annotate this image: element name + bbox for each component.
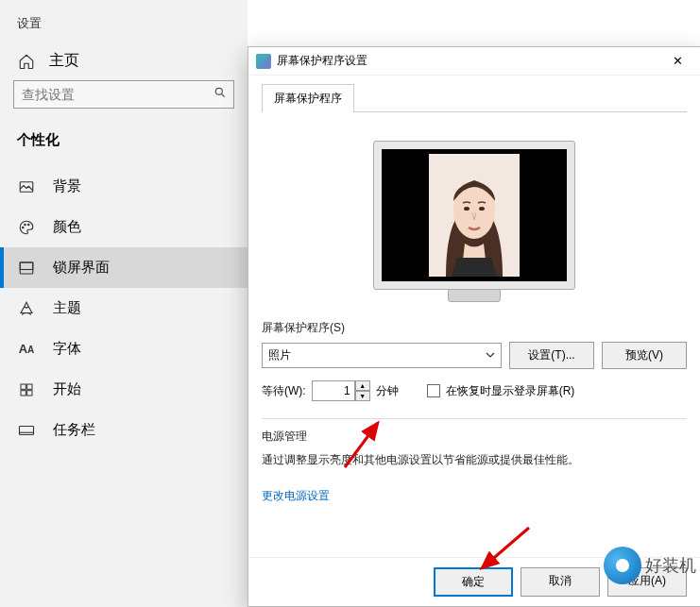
watermark-text: 好装机 (645, 554, 696, 577)
section-header: 个性化 (0, 126, 248, 166)
resume-label: 在恢复时显示登录屏幕(R) (446, 383, 575, 399)
svg-point-17 (479, 207, 485, 211)
home-label: 主页 (49, 51, 79, 71)
wait-spin-down[interactable]: ▼ (355, 391, 370, 401)
sidebar-item-lockscreen[interactable]: 锁屏界面 (0, 247, 248, 288)
preview-area (262, 112, 687, 309)
settings-button[interactable]: 设置(T)... (509, 342, 594, 369)
nav-label: 锁屏界面 (53, 259, 110, 277)
tab-screensaver[interactable]: 屏幕保护程序 (262, 84, 354, 112)
themes-icon (17, 300, 36, 317)
svg-rect-7 (20, 262, 33, 270)
sidebar-item-taskbar[interactable]: 任务栏 (0, 410, 248, 450)
tab-strip: 屏幕保护程序 (262, 83, 687, 112)
power-info-text: 通过调整显示亮度和其他电源设置以节省能源或提供最佳性能。 (262, 450, 687, 471)
taskbar-icon (17, 422, 36, 439)
nav-label: 开始 (53, 380, 81, 398)
ok-button[interactable]: 确定 (434, 567, 513, 597)
home-nav[interactable]: 主页 (0, 42, 248, 80)
lockscreen-icon (17, 260, 36, 277)
svg-rect-8 (21, 384, 26, 389)
nav-label: 颜色 (53, 218, 81, 236)
svg-line-1 (222, 94, 225, 97)
wait-input[interactable] (312, 380, 355, 401)
svg-rect-9 (27, 384, 32, 389)
start-icon (17, 382, 36, 397)
search-icon (213, 86, 227, 103)
svg-rect-11 (27, 390, 32, 395)
fonts-icon: AA (17, 342, 36, 356)
dialog-titlebar: 屏幕保护程序设置 ✕ (248, 47, 700, 76)
watermark: 好装机 (604, 547, 696, 584)
nav-label: 任务栏 (53, 421, 95, 439)
sidebar-item-start[interactable]: 开始 (0, 369, 248, 410)
power-settings-link[interactable]: 更改电源设置 (262, 488, 330, 504)
sidebar-item-background[interactable]: 背景 (0, 166, 248, 207)
cancel-button[interactable]: 取消 (521, 567, 600, 597)
sidebar-item-fonts[interactable]: AA 字体 (0, 329, 248, 369)
sidebar-item-colors[interactable]: 颜色 (0, 207, 248, 247)
app-title: 设置 (0, 0, 248, 42)
search-input[interactable] (13, 80, 234, 109)
resume-checkbox[interactable] (427, 384, 440, 397)
dialog-app-icon (256, 54, 271, 69)
svg-point-4 (25, 224, 26, 226)
svg-point-16 (464, 207, 470, 211)
picture-icon (17, 178, 36, 195)
nav-label: 字体 (53, 340, 81, 358)
power-group-label: 电源管理 (262, 429, 687, 445)
wait-spin-up[interactable]: ▲ (355, 380, 370, 391)
svg-point-5 (28, 224, 30, 226)
close-button[interactable]: ✕ (662, 54, 692, 68)
preview-photo (429, 154, 520, 277)
svg-rect-6 (20, 262, 33, 274)
nav-label: 主题 (53, 299, 81, 317)
watermark-logo-icon (604, 547, 641, 584)
svg-rect-10 (21, 390, 26, 395)
select-value: 照片 (268, 347, 291, 363)
preview-button[interactable]: 预览(V) (602, 342, 687, 369)
wait-label: 等待(W): (262, 383, 306, 399)
screensaver-select[interactable]: 照片 (262, 343, 502, 368)
monitor-preview (373, 141, 575, 290)
dialog-title: 屏幕保护程序设置 (277, 53, 367, 69)
palette-icon (17, 219, 36, 236)
sidebar-item-themes[interactable]: 主题 (0, 288, 248, 329)
nav-label: 背景 (53, 177, 81, 195)
screensaver-group-label: 屏幕保护程序(S) (262, 320, 687, 336)
settings-sidebar: 设置 主页 个性化 背景 颜色 锁屏界面 (0, 0, 248, 607)
chevron-down-icon (486, 349, 495, 363)
screensaver-dialog: 屏幕保护程序设置 ✕ 屏幕保护程序 (248, 46, 700, 607)
svg-rect-12 (20, 426, 34, 434)
svg-point-0 (215, 88, 222, 94)
home-icon (17, 53, 36, 70)
svg-point-3 (23, 227, 25, 228)
wait-unit: 分钟 (376, 383, 399, 399)
